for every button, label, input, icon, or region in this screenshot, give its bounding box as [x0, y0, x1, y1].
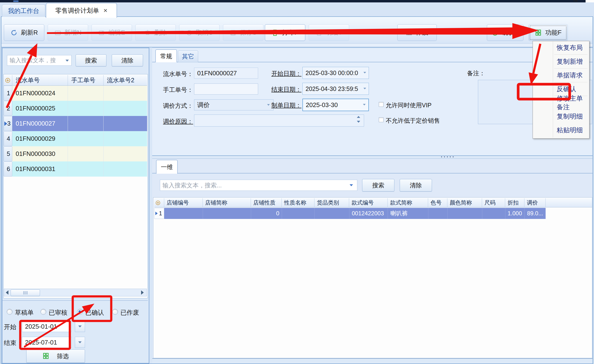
- scroll-right-icon[interactable]: [141, 290, 144, 295]
- column-header[interactable]: 尺码: [482, 198, 505, 207]
- save-button[interactable]: 保存S: [223, 24, 263, 41]
- date-from-input[interactable]: 2025-01-01: [22, 321, 72, 332]
- menu-item-unconfirm[interactable]: 反确认: [533, 83, 588, 95]
- tab-other[interactable]: 其它: [178, 50, 198, 62]
- tab-retail-price-plan[interactable]: 零售调价计划单 ×: [46, 3, 117, 18]
- chevron-down-icon[interactable]: [66, 60, 69, 62]
- radio-audited[interactable]: [40, 309, 46, 315]
- menu-item-paste-detail[interactable]: 粘贴明细: [533, 124, 588, 136]
- table-corner-cell[interactable]: [154, 198, 164, 207]
- floor-checkbox[interactable]: [379, 117, 384, 122]
- table-row[interactable]: 01FN0000025: [12, 101, 68, 116]
- tab-my-workspace[interactable]: 我的工作台: [2, 4, 45, 17]
- column-header[interactable]: 款式简称: [388, 198, 428, 207]
- detail-search-input[interactable]: [160, 180, 357, 191]
- column-header[interactable]: 流水单号2: [103, 75, 147, 86]
- scrollbar-thumb[interactable]: [11, 289, 40, 296]
- end-date-label[interactable]: 结束日期：: [262, 86, 301, 93]
- column-header[interactable]: 款式编号: [349, 198, 388, 207]
- radio-label[interactable]: 草稿单: [15, 308, 34, 317]
- spinner-down-icon[interactable]: [357, 121, 360, 123]
- table-cell-empty[interactable]: [68, 146, 103, 161]
- chevron-down-icon[interactable]: [363, 104, 365, 105]
- vip-checkbox-label[interactable]: 允许同时使用VIP: [386, 101, 432, 109]
- splitter[interactable]: [152, 155, 593, 159]
- column-header[interactable]: 颜色简称: [447, 198, 482, 207]
- left-search-input[interactable]: [7, 55, 72, 66]
- detail-button[interactable]: 明细T: [309, 24, 349, 41]
- column-header[interactable]: 色号: [428, 198, 447, 207]
- chevron-down-icon[interactable]: [350, 184, 353, 186]
- radio-draft[interactable]: [7, 309, 13, 315]
- table-cell-empty[interactable]: [68, 116, 103, 131]
- menu-item-doc-request[interactable]: 单据请求: [533, 69, 588, 82]
- menu-item-restore-layout[interactable]: 恢复布局: [533, 41, 588, 54]
- column-header[interactable]: 手工单号: [68, 75, 103, 86]
- radio-label[interactable]: 已确认: [85, 308, 104, 317]
- detail-search-button[interactable]: 搜索: [362, 179, 394, 192]
- delete-button[interactable]: 删除: [135, 24, 176, 41]
- table-cell-empty[interactable]: [103, 101, 147, 116]
- table-cell-empty[interactable]: [68, 101, 103, 116]
- table-row[interactable]: 01FN0000024: [12, 86, 68, 101]
- print-button[interactable]: 打印P: [265, 24, 305, 41]
- table-cell-empty[interactable]: [103, 86, 147, 101]
- radio-confirmed[interactable]: [77, 309, 83, 315]
- menu-item-edit-remark[interactable]: 修改主单备注: [533, 96, 588, 109]
- end-date-input[interactable]: 2025-04-30 23:59:5: [302, 83, 369, 95]
- manual-input[interactable]: [194, 84, 258, 94]
- column-header[interactable]: 性质名称: [282, 198, 314, 207]
- cell-discount[interactable]: 1.000: [505, 208, 524, 219]
- radio-label[interactable]: 已作废: [120, 308, 139, 317]
- vip-checkbox[interactable]: [379, 102, 384, 107]
- confirm-button[interactable]: 确认U: [487, 24, 523, 41]
- scroll-left-icon[interactable]: [6, 290, 8, 295]
- date-from-dropdown[interactable]: [75, 321, 85, 332]
- table-row[interactable]: 01FN0000029: [12, 131, 68, 146]
- cancel-button[interactable]: 取消C: [179, 24, 220, 41]
- date-to-input[interactable]: 2025-07-01: [22, 337, 72, 348]
- column-header[interactable]: 店铺编号: [164, 198, 203, 207]
- table-corner-cell[interactable]: [4, 75, 12, 86]
- left-search-button[interactable]: 搜索: [76, 54, 106, 66]
- table-cell-empty[interactable]: [103, 116, 147, 131]
- cell-style-no[interactable]: 0012422003: [349, 208, 388, 219]
- column-header[interactable]: 折扣: [505, 198, 524, 207]
- close-icon[interactable]: ×: [103, 7, 107, 14]
- chevron-down-icon[interactable]: [363, 88, 366, 89]
- cell-price[interactable]: 89.0...: [524, 208, 546, 219]
- table-cell-empty[interactable]: [68, 131, 103, 146]
- table-row-selected[interactable]: 01FN0000027: [12, 116, 68, 131]
- column-header[interactable]: 店铺简称: [203, 198, 251, 207]
- spinner-up-icon[interactable]: [357, 116, 360, 118]
- menu-item-copy-new[interactable]: 复制新增: [533, 55, 588, 68]
- column-header[interactable]: 调价: [524, 198, 546, 207]
- tab-one-dim[interactable]: 一维: [156, 160, 178, 174]
- bill-date-input[interactable]: 2025-03-30: [302, 99, 369, 111]
- function-button[interactable]: 功能F: [528, 24, 568, 41]
- detail-clear-button[interactable]: 清除: [400, 179, 432, 192]
- table-cell-empty[interactable]: [103, 161, 147, 177]
- table-row[interactable]: 01FN0000031: [12, 161, 68, 177]
- chevron-down-icon[interactable]: [267, 104, 270, 106]
- column-header[interactable]: 流水单号: [12, 75, 68, 86]
- reason-label[interactable]: 调价原因：: [147, 117, 193, 125]
- column-header[interactable]: 货品类别: [314, 198, 349, 207]
- table-cell-empty[interactable]: [103, 146, 147, 161]
- cell-shop-nature[interactable]: 0: [251, 208, 282, 219]
- table-row[interactable]: 01FN0000030: [12, 146, 68, 161]
- reason-input[interactable]: [194, 114, 364, 126]
- radio-label[interactable]: 已审核: [49, 308, 68, 317]
- void-button[interactable]: 作废: [397, 24, 437, 41]
- chevron-down-icon[interactable]: [363, 72, 366, 73]
- filter-button[interactable]: 筛选: [26, 349, 85, 363]
- edit-button[interactable]: 编辑E: [92, 24, 132, 41]
- radio-voided[interactable]: [112, 309, 118, 315]
- cell-style-name[interactable]: 喇叭裤: [388, 208, 428, 219]
- tab-general[interactable]: 常规: [155, 49, 177, 62]
- date-to-dropdown[interactable]: [75, 337, 85, 348]
- table-cell-empty[interactable]: [68, 161, 103, 177]
- new-button[interactable]: 新增N: [48, 24, 88, 41]
- table-cell-empty[interactable]: [68, 86, 103, 101]
- menu-item-copy-detail[interactable]: 复制明细: [533, 110, 588, 123]
